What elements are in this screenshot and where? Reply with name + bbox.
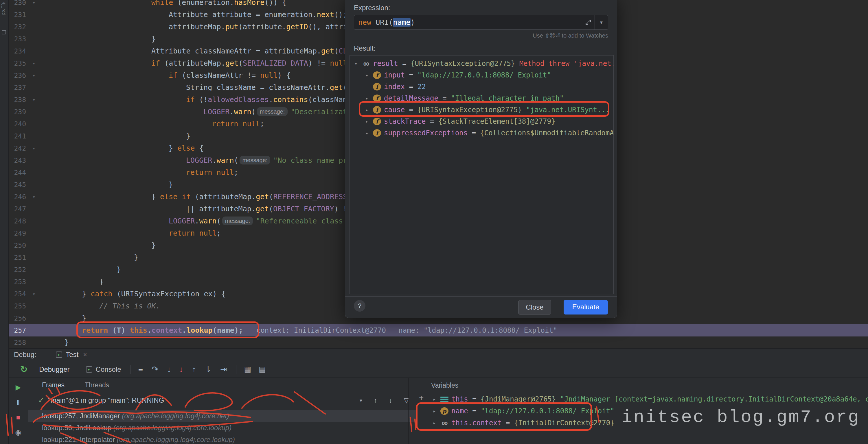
rerun-debug-icon[interactable]: ↻ (20, 364, 28, 374)
add-to-watches-hint: Use ⇧⌘⏎ to add to Watches (533, 32, 608, 39)
line-number[interactable]: 255 (9, 300, 26, 312)
code-line[interactable]: 257return (T) this.context.lookup(name);… (9, 324, 868, 337)
line-number[interactable]: 244 (9, 167, 26, 179)
line-number[interactable]: 230 (9, 0, 26, 9)
evaluate-expression-dialog[interactable]: Expression: new URI(name) ▼ Use ⇧⌘⏎ to a… (345, 0, 617, 318)
tab-frames[interactable]: Frames (42, 381, 64, 389)
result-tree-row[interactable]: ▾ooresult = {URISyntaxException@2775} Me… (350, 58, 613, 69)
close-tab-icon[interactable]: × (83, 351, 87, 358)
line-number[interactable]: 254 (9, 288, 26, 300)
expression-input[interactable]: new URI(name) ▼ (354, 15, 608, 30)
tree-chevron-icon[interactable]: ▾ (354, 61, 362, 67)
frame-row[interactable]: lookup:257, JndiManager (org.apache.logg… (28, 410, 416, 422)
line-number[interactable]: 237 (9, 81, 26, 94)
line-number[interactable]: 234 (9, 45, 26, 57)
tab-threads[interactable]: Threads (85, 381, 109, 389)
line-number[interactable]: 235 (9, 57, 26, 69)
tree-chevron-icon[interactable]: ▸ (365, 95, 373, 101)
view-breakpoints-icon[interactable]: ◉ (16, 426, 22, 438)
line-number[interactable]: 250 (9, 239, 26, 251)
tree-chevron-icon[interactable]: ▸ (433, 408, 440, 414)
frame-row[interactable]: lookup:56, JndiLookup (org.apache.loggin… (28, 422, 416, 434)
fold-marker[interactable]: ▾ (26, 191, 47, 203)
line-number[interactable]: 245 (9, 179, 26, 191)
line-number[interactable]: 231 (9, 9, 26, 21)
line-number[interactable]: 248 (9, 215, 26, 227)
result-tree[interactable]: ▾ooresult = {URISyntaxException@2775} Me… (349, 55, 614, 294)
view-options-icon[interactable]: ▦ (244, 365, 251, 374)
prev-frame-icon[interactable]: ↑ (374, 397, 377, 404)
next-frame-icon[interactable]: ↓ (389, 397, 392, 404)
evaluate-button[interactable]: Evaluate (564, 300, 608, 314)
force-step-into-icon[interactable]: ↓ (179, 365, 183, 374)
help-button[interactable]: ? (354, 300, 365, 312)
line-number[interactable]: 242 (9, 142, 26, 155)
layout-menu-icon[interactable]: ≡ (138, 365, 143, 374)
line-number[interactable]: 246 (9, 191, 26, 203)
token: null (260, 71, 277, 79)
line-number[interactable]: 240 (9, 118, 26, 130)
expression-history-dropdown[interactable]: ▼ (595, 15, 608, 30)
result-tree-row[interactable]: ▸fstackTrace = {StackTraceElement[38]@27… (350, 115, 613, 127)
tree-chevron-icon[interactable]: ▸ (365, 72, 373, 78)
tree-chevron-icon[interactable]: ▸ (365, 107, 373, 113)
pause-icon[interactable]: ‖ (17, 397, 20, 408)
line-number[interactable]: 232 (9, 21, 26, 33)
line-number[interactable]: 247 (9, 203, 26, 215)
line-number[interactable]: 238 (9, 94, 26, 106)
run-to-cursor-icon[interactable]: ⇥ (220, 365, 227, 374)
resume-icon[interactable]: ▶ (16, 382, 21, 393)
line-number[interactable]: 251 (9, 251, 26, 264)
tab-console[interactable]: ▸ Console (86, 365, 121, 373)
fold-marker[interactable]: ▾ (26, 57, 47, 69)
fold-marker[interactable]: ▾ (26, 0, 47, 9)
line-number[interactable]: 256 (9, 312, 26, 324)
tab-test[interactable]: ▸ Test × (56, 351, 87, 359)
variable-row[interactable]: ▸this = {JndiManager@2765} "JndiManager … (408, 393, 868, 405)
fold-marker[interactable]: ▾ (26, 69, 47, 81)
code-line[interactable]: 258} (9, 337, 868, 348)
tree-chevron-icon[interactable]: ▸ (433, 420, 440, 426)
step-into-icon[interactable]: ↓ (167, 365, 171, 374)
tab-debugger[interactable]: Debugger (39, 365, 69, 373)
fold-marker[interactable]: ▾ (26, 94, 47, 106)
result-tree-row[interactable]: findex = 22 (350, 81, 613, 93)
tool-window-icon[interactable] (2, 30, 6, 34)
line-number[interactable]: 233 (9, 33, 26, 45)
line-number[interactable]: 249 (9, 227, 26, 239)
watermark: initsec blog.gm7.org (621, 407, 860, 428)
thread-dropdown-icon[interactable]: ▼ (359, 398, 363, 403)
close-button[interactable]: Close (518, 300, 551, 314)
step-out-icon[interactable]: ↑ (192, 365, 196, 374)
frame-row[interactable]: lookup:221, Interpolator (org.apache.log… (28, 434, 416, 444)
step-over-icon[interactable]: ↷ (152, 365, 158, 374)
code-text: } (47, 33, 156, 45)
line-number[interactable]: 258 (9, 337, 26, 348)
debug-side-toolbar: ▶ ‖ ■ ◉ (9, 378, 28, 444)
tool-window-label[interactable]: 4j_rd:l (0, 0, 6, 15)
line-number[interactable]: 257 (9, 324, 26, 337)
expression-text[interactable]: new URI(name) (354, 18, 582, 27)
result-tree-row[interactable]: ▸fdetailMessage = "Illegal character in … (350, 93, 613, 104)
result-tree-row[interactable]: ▸finput = "ldap://127.0.0.1:8088/ Exploi… (350, 69, 613, 81)
expand-editor-icon[interactable] (582, 19, 595, 26)
restore-layout-icon[interactable]: ▤ (259, 365, 266, 374)
line-number[interactable]: 236 (9, 69, 26, 81)
line-number[interactable]: 241 (9, 130, 26, 142)
token: = (405, 106, 417, 114)
expression-token: new (358, 18, 371, 27)
tree-chevron-icon[interactable]: ▸ (365, 130, 373, 136)
drop-frame-icon[interactable]: ⇂ (205, 365, 211, 374)
tree-chevron-icon[interactable]: ▸ (433, 396, 440, 402)
line-number[interactable]: 243 (9, 155, 26, 167)
stop-icon[interactable]: ■ (16, 412, 21, 423)
thread-selector[interactable]: ✓ "main"@1 in group "main": RUNNING ▼ ↑ … (28, 392, 416, 409)
result-tree-row[interactable]: ▸fsuppressedExceptions = {Collections$Un… (350, 127, 613, 139)
line-number[interactable]: 239 (9, 106, 26, 118)
line-number[interactable]: 252 (9, 264, 26, 276)
tree-chevron-icon[interactable]: ▸ (365, 118, 373, 124)
fold-marker[interactable]: ▾ (26, 288, 47, 300)
line-number[interactable]: 253 (9, 276, 26, 288)
fold-marker[interactable]: ▾ (26, 142, 47, 155)
result-tree-row[interactable]: ▸fcause = {URISyntaxException@2775} "jav… (350, 104, 613, 115)
